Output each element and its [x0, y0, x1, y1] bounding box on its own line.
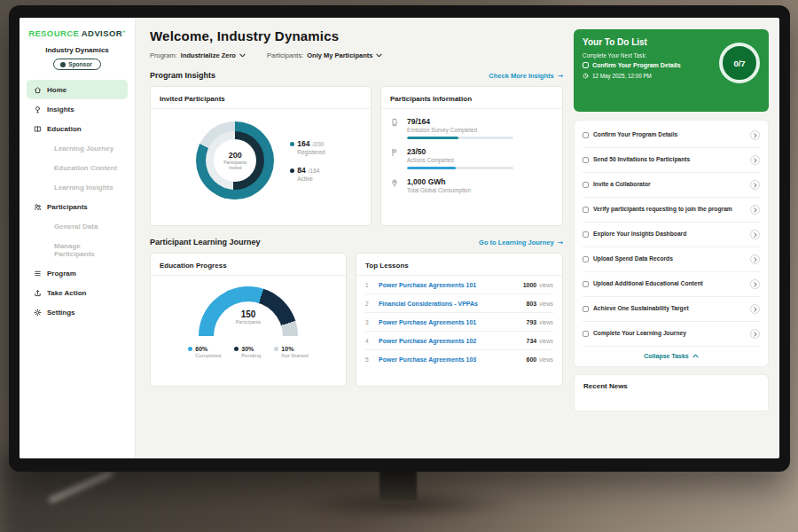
arrow-right-icon: → — [558, 239, 563, 246]
stat-emission-survey: 79/164 Emission Survey Completed — [390, 117, 553, 139]
legend-completed: 60% Completed — [188, 346, 221, 358]
sidebar-item-learning-journey[interactable]: Learning Journey — [27, 138, 128, 158]
todo-summary-card: Your To Do List Complete Your Next Task:… — [574, 29, 769, 112]
sidebar-item-learning-insights[interactable]: Learning Insights — [27, 177, 128, 197]
program-select[interactable]: Program: Industrialize Zero — [150, 51, 246, 59]
lesson-link[interactable]: Financial Considerations - VPPAs — [379, 301, 527, 307]
participants-select[interactable]: Participants: Only My Participants — [267, 51, 382, 59]
section-title-learning-journey: Participant Learning Journey — [150, 238, 261, 246]
sidebar-item-label: General Data — [54, 223, 98, 231]
chevron-right-icon[interactable] — [750, 254, 760, 264]
next-task: Confirm Your Program Details — [583, 62, 711, 68]
task-item[interactable]: Explore Your Insights Dashboard — [583, 223, 760, 247]
sidebar-item-manage-participants[interactable]: Manage Participants — [27, 236, 128, 263]
chevron-down-icon — [376, 51, 382, 59]
chevron-right-icon[interactable] — [750, 180, 760, 190]
chevron-right-icon[interactable] — [750, 329, 760, 339]
lesson-link[interactable]: Power Purchase Agreements 103 — [379, 356, 527, 363]
sidebar-item-label: Manage Participants — [54, 242, 121, 258]
chevron-right-icon[interactable] — [750, 130, 760, 140]
task-checkbox[interactable] — [583, 281, 589, 287]
invited-participants-donut-chart: 200 Participants Invited — [196, 121, 274, 200]
chevron-right-icon[interactable] — [750, 304, 760, 314]
sidebar-item-education[interactable]: Education — [27, 119, 128, 138]
sidebar-item-take-action[interactable]: Take Action — [27, 283, 128, 302]
location-pin-icon — [390, 177, 400, 193]
task-checkbox[interactable] — [583, 132, 589, 138]
lesson-link[interactable]: Power Purchase Agreements 101 — [379, 319, 527, 325]
clock-icon — [583, 73, 589, 79]
upload-icon — [34, 289, 42, 297]
task-checkbox[interactable] — [583, 207, 589, 213]
legend-pending: 30% Pending — [234, 346, 261, 358]
logo-plus: + — [122, 28, 126, 34]
donut-legend: 164 /200 Registered 84 /164 — [290, 139, 325, 182]
donut-inner-ring: 200 Participants Invited — [206, 131, 264, 190]
task-item[interactable]: Upload Spend Data Records — [583, 247, 760, 272]
sidebar-item-label: Learning Insights — [54, 184, 113, 192]
lesson-link[interactable]: Power Purchase Agreements 101 — [379, 282, 523, 288]
task-item[interactable]: Confirm Your Program Details — [583, 123, 760, 148]
chevron-right-icon[interactable] — [750, 279, 760, 289]
sidebar-item-settings[interactable]: Settings — [27, 302, 128, 322]
task-item[interactable]: Send 50 Invitations to Participants — [583, 148, 760, 173]
lesson-row: 2 Financial Considerations - VPPAs 803 v… — [365, 294, 553, 313]
donut-center-label: 200 Participants Invited — [214, 139, 256, 182]
sponsor-badge: Sponsor — [53, 59, 100, 70]
chevron-right-icon[interactable] — [750, 230, 760, 239]
sidebar-item-label: Program — [47, 270, 76, 278]
chevron-right-icon[interactable] — [750, 205, 760, 215]
sidebar-nav: Home Insights Education Learning Journey — [20, 80, 135, 322]
filter-bar: Program: Industrialize Zero Participants… — [150, 51, 563, 59]
sidebar-item-general-data[interactable]: General Data — [27, 216, 128, 236]
sidebar-item-program[interactable]: Program — [27, 263, 128, 283]
sidebar-item-label: Take Action — [47, 289, 86, 297]
participants-select-label: Participants: — [267, 51, 303, 59]
task-checkbox[interactable] — [583, 331, 589, 337]
sidebar-item-label: Home — [47, 86, 66, 94]
task-checkbox[interactable] — [583, 231, 589, 238]
card-title: Invited Participants — [151, 87, 371, 109]
legend-dot-navy — [234, 347, 239, 351]
sidebar-item-participants[interactable]: Participants — [27, 197, 128, 216]
flag-icon — [390, 147, 400, 169]
learning-journey-cards: Education Progress 150 Participants 60 — [150, 253, 563, 387]
sidebar-item-home[interactable]: Home — [27, 80, 128, 99]
gauge-legend: 60% Completed 30% Pending 10% Not Starte… — [160, 346, 337, 358]
task-checkbox[interactable] — [583, 157, 589, 163]
legend-dot-blue — [188, 347, 192, 351]
lightbulb-icon — [34, 106, 42, 113]
sidebar-item-insights[interactable]: Insights — [27, 99, 128, 119]
recent-news-card: Recent News — [574, 374, 769, 411]
sponsor-badge-label: Sponsor — [68, 61, 91, 67]
education-progress-gauge-chart: 150 Participants — [199, 286, 298, 338]
task-item[interactable]: Invite a Collaborator — [583, 173, 760, 198]
check-more-insights-link[interactable]: Check More Insights → — [489, 72, 563, 80]
lesson-link[interactable]: Power Purchase Agreements 102 — [379, 338, 527, 344]
collapse-tasks-button[interactable]: Collapse Tasks — [583, 347, 760, 366]
task-item[interactable]: Complete Your Learning Journey — [583, 322, 760, 347]
task-item[interactable]: Upload Additional Educational Content — [583, 272, 760, 297]
legend-active: 84 /164 Active — [290, 166, 325, 182]
task-checkbox[interactable] — [583, 182, 589, 188]
lesson-row: 1 Power Purchase Agreements 101 1000 vie… — [365, 276, 553, 294]
task-checkbox[interactable] — [583, 306, 589, 312]
go-to-learning-journey-link[interactable]: Go to Learning Journey → — [479, 239, 563, 246]
next-task-checkbox[interactable] — [583, 62, 589, 68]
task-checkbox[interactable] — [583, 256, 589, 262]
todo-panel: Your To Do List Complete Your Next Task:… — [574, 18, 779, 458]
participants-select-value: Only My Participants — [307, 51, 372, 59]
chevron-down-icon — [239, 51, 246, 59]
task-item[interactable]: Verify participants requesting to join t… — [583, 198, 760, 223]
chevron-right-icon[interactable] — [750, 155, 760, 165]
people-icon — [34, 203, 42, 211]
sidebar-item-education-content[interactable]: Education Content — [27, 158, 128, 177]
task-item[interactable]: Achieve One Sustainability Target — [583, 297, 760, 322]
list-icon — [34, 270, 42, 278]
card-title: Education Progress — [151, 254, 346, 276]
section-title-recent-news: Recent News — [583, 382, 759, 390]
lesson-row: 4 Power Purchase Agreements 102 734 view… — [365, 332, 553, 350]
participants-information-card: Participants Information 79/164 Emission… — [380, 86, 563, 226]
program-select-label: Program: — [150, 51, 177, 59]
sidebar-item-label: Insights — [47, 106, 74, 113]
